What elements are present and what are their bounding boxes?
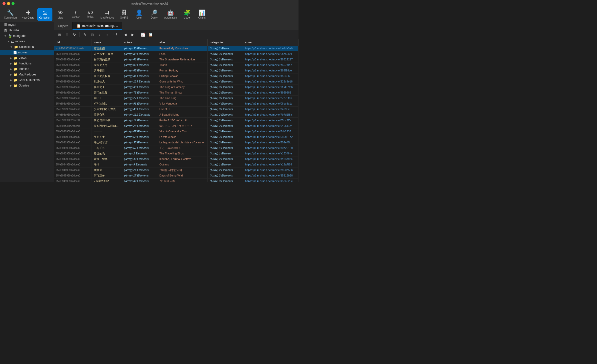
table-row[interactable]: 65fe893a969a2ddea0楚门的世界(Array) 75 Elemen… [54,90,298,95]
sidebar-item-movies-col[interactable]: 📄 movies [0,50,54,55]
cell-alias: 借りぐらしのアリエッティ [157,123,208,129]
table-row[interactable]: 65fe8942969a2ddea0迁徙的鸟(Array) 2 Elements… [54,151,298,156]
cell-cover: https://p0.meituan.net/movie/ce4da3e0 [243,46,298,51]
sidebar-item-mysql[interactable]: 🗄 mysql [0,22,54,28]
movies-col-icon: 📄 [13,51,17,54]
maximize-button[interactable] [12,2,15,5]
table-row[interactable]: 65fe8945969a2ddea0阿飞正传(Array) 17 Element… [54,173,298,178]
sort-button[interactable]: ↕ [96,31,103,38]
col-header-id[interactable]: _id [54,39,92,46]
col-header-actors[interactable]: actors [122,39,157,46]
table-row[interactable]: 65fe8934969a2ddea0这个杀手不太冷(Array) 80 Elem… [54,51,298,57]
cell-name: 我爱你 [92,167,122,173]
data-table-container[interactable]: _id name actors alias categories cover ▶… [54,39,298,182]
table-row[interactable]: ▶ 65fe8933969a2ddea0霸王别姬(Array) 30 Eleme… [54,46,298,51]
table-row[interactable]: 65fe893f969a2ddea0借东西的小人阿莉埃蒂(Array) 28 E… [54,123,298,129]
col-header-categories[interactable]: categories [208,39,243,46]
toolbar-view[interactable]: 👁 View [53,8,67,21]
cell-actors: (Array) 85 Elements [122,68,157,73]
cell-categories: (Array) 2 Elements [208,90,243,95]
toolbar-model[interactable]: 🧩 Model [180,8,194,21]
sidebar-label-gridfs: GridFS Buckets [19,78,40,82]
table-row[interactable]: 65fe8944969a2ddea0我爱你(Array) 24 Elements… [54,167,298,173]
cell-name: 海洋 [92,162,122,167]
export-button[interactable]: 📋 [147,31,154,38]
grid-button[interactable]: ⋮⋮ [111,31,118,38]
sidebar-item-movies-db[interactable]: ▼ 🗃 movies [0,39,54,44]
table-row[interactable]: 65fe8940969a2ddea0———(Array) 47 Elements… [54,129,298,134]
cell-name: 美丽心灵 [92,112,122,117]
chart-button[interactable]: 📈 [139,31,146,38]
cell-cover: https://p0.meituan.net/movie/da64660 [243,73,298,79]
table-row[interactable]: 65fe893d969a2ddea0V字仇杀队(Array) 96 Elemen… [54,101,298,106]
table-row[interactable]: 65fe8943969a2ddea0黄金三镖客(Array) 42 Elemen… [54,156,298,162]
table-row[interactable]: 65fe8939969a2ddea0乱世佳人(Array) 123 Elemen… [54,79,298,84]
table-row[interactable]: 65fe8940969a2ddea0美丽人生(Array) 60 Element… [54,134,298,140]
table-row[interactable]: 65fe8937969a2ddea0泰坦尼克号(Array) 92 Elemen… [54,62,298,68]
sidebar-item-gridfs-buckets[interactable]: ▶ 📁 GridFS Buckets [0,77,54,83]
tab-objects[interactable]: Objects [54,22,72,30]
table-row[interactable]: 65fe893e969a2ddea0美丽心灵(Array) 111 Elemen… [54,112,298,117]
sidebar-item-collections[interactable]: ▼ 📁 Collections [0,44,54,50]
sidebar-item-thumbs[interactable]: 🗄 Thumbs [0,28,54,33]
sidebar-item-views[interactable]: ▶ 📁 Views [0,55,54,61]
col-header-name[interactable]: name [92,39,122,46]
movies-db-icon: 🗃 [11,40,14,43]
col-header-cover[interactable]: cover [243,39,298,46]
toolbar-query[interactable]: 🔎 Query [147,8,161,21]
cell-name: 迁徙的鸟 [92,151,122,156]
cell-categories: (Array) 2 Elements [208,57,243,62]
prev-button[interactable]: ◀ [122,31,129,38]
cell-categories: (Array) 2 Elements [208,123,243,129]
table-row[interactable]: 65fe8945969a2ddea07号房的礼物(Array) 32 Eleme… [54,178,298,182]
table-row[interactable]: 65fe8944969a2ddea0海洋(Array) 9 ElementsOc… [54,162,298,167]
columns-button[interactable]: ≡ [104,31,111,38]
toolbar-automation[interactable]: 🤖 Automation [162,8,179,21]
next-button[interactable]: ▶ [129,31,136,38]
toolbar-index[interactable]: A-Z Index [84,8,98,21]
table-row[interactable]: 65fe893f969a2ddea0初恋这件小事(Array) 11 Eleme… [54,117,298,123]
toolbar-collection[interactable]: 🗂 Collection [37,8,52,21]
cell-categories: (Array) 2 Eleme... [208,46,243,51]
sidebar-label-mongodb: mongodb [13,34,26,38]
delete-record-button[interactable]: ⊟ [63,31,70,38]
toolbar-user[interactable]: 👤 User [132,8,146,21]
minimize-button[interactable] [7,2,10,5]
tab-movies-collection[interactable]: 📋 movies@movies (mongo... [72,22,122,30]
toolbar-gridfs[interactable]: 🗄 GridFS [117,8,131,21]
table-row[interactable]: 65fe893b969a2ddea0獅子王(Array) 27 Elements… [54,95,298,101]
mongodb-icon: 🍃 [8,34,12,38]
table-row[interactable]: 65fe8939969a2ddea0喜剧之王(Array) 30 Element… [54,84,298,90]
col-header-alias[interactable]: alias [157,39,208,46]
sidebar-item-queries[interactable]: ▶ 📁 Queries [0,83,54,88]
refresh-button[interactable]: ↻ [71,31,78,38]
table-row[interactable]: 65fe8936969a2ddea0肖申克的救赎(Array) 66 Eleme… [54,57,298,62]
table-row[interactable]: 65fe8938969a2ddea0唐伯虎点秋香(Array) 34 Eleme… [54,73,298,79]
sidebar-item-mongodb[interactable]: ▼ 🍃 mongodb [0,33,54,39]
edit-button[interactable]: ✎ [81,31,88,38]
toolbar-function[interactable]: ƒ Function [68,8,83,21]
sidebar-item-functions[interactable]: ▶ 📁 Functions [0,61,54,66]
toolbar-mapreduce[interactable]: ⇉ MapReduce [99,8,116,21]
sidebar-label-views: Views [19,56,27,60]
sidebar-item-indexes[interactable]: ▶ 📁 Indexes [0,66,54,72]
cell-cover: https://p1.meituan.net/movie/ed50b58b [243,167,298,173]
new-query-label: New Query [22,16,34,19]
toolbar-new-query[interactable]: ✚ New Query [20,8,36,21]
cell-actors: (Array) 32 Elements [122,178,157,182]
table-row[interactable]: 65fe893d969a2ddea0少年派的奇幻漂流(Array) 43 Ele… [54,106,298,112]
sidebar-item-mapreduces[interactable]: ▶ 📁 MapReduces [0,72,54,77]
cell-alias: Océans [157,162,208,167]
toolbar-charts[interactable]: 📊 Charts [195,8,209,21]
close-button[interactable] [3,2,6,5]
arrow-icon-views: ▶ [10,57,12,59]
cell-name: 喜剧之王 [92,84,122,90]
cell-alias: Farewell My Concubine [157,46,208,51]
filter-button[interactable]: ⊟ [89,31,96,38]
toolbar-connection[interactable]: 🔧 Connection [2,8,19,21]
table-row[interactable]: 65fe8941969a2ddea0千与千寻(Array) 57 Element… [54,145,298,151]
table-row[interactable]: 65fe8941969a2ddea0海上钢琴师(Array) 35 Elemen… [54,140,298,145]
add-record-button[interactable]: ⊞ [56,31,63,38]
cell-id: 65fe8939969a2ddea0 [54,79,92,84]
table-row[interactable]: 65fe8937969a2ddea0罗马假日(Array) 85 Element… [54,68,298,73]
